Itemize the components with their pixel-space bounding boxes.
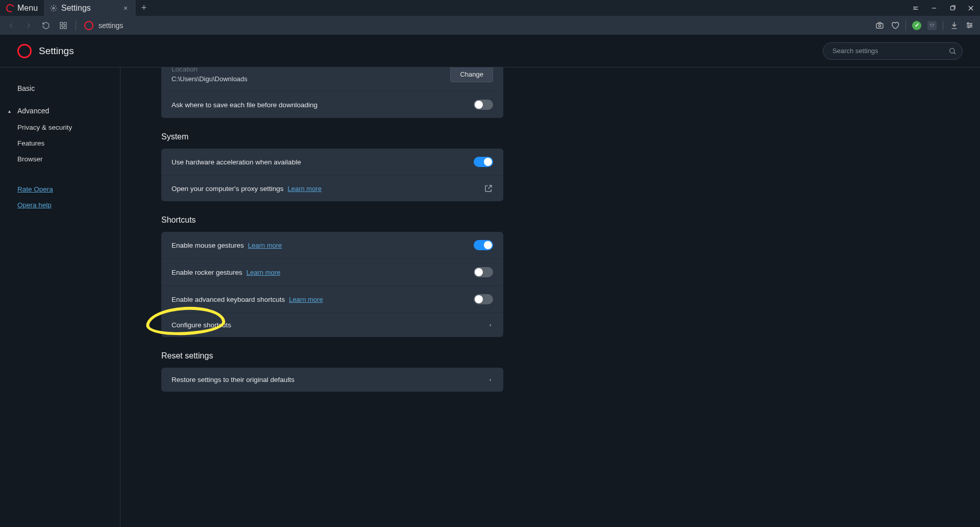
menu-label: Menu: [17, 4, 38, 13]
ask-save-row[interactable]: Ask where to save each file before downl…: [161, 91, 503, 118]
restore-defaults-label: Restore settings to their original defau…: [172, 376, 295, 384]
section-title-system: System: [161, 132, 980, 141]
advanced-kb-toggle[interactable]: [474, 294, 493, 304]
chevron-right-icon: [488, 323, 493, 328]
rocker-gestures-label: Enable rocker gestures: [172, 269, 242, 276]
mouse-gestures-row[interactable]: Enable mouse gestures Learn more: [161, 232, 503, 259]
workspaces-icon[interactable]: [906, 0, 925, 16]
new-tab-button[interactable]: +: [136, 0, 152, 16]
sidebar-item-basic[interactable]: Basic: [0, 80, 120, 97]
gear-icon: [50, 5, 57, 12]
downloads-card: Location C:\Users\Digu\Downloads Change …: [161, 67, 503, 118]
heart-icon[interactable]: [888, 19, 901, 32]
svg-rect-5: [60, 22, 63, 25]
svg-point-17: [950, 48, 954, 53]
section-title-reset: Reset settings: [161, 351, 980, 361]
menu-button[interactable]: Menu: [0, 0, 44, 16]
svg-point-16: [968, 27, 969, 28]
advanced-kb-row[interactable]: Enable advanced keyboard shortcuts Learn…: [161, 286, 503, 313]
downloads-icon[interactable]: [947, 19, 961, 32]
hardware-accel-row[interactable]: Use hardware acceleration when available: [161, 149, 503, 176]
url-text: settings: [99, 21, 123, 30]
svg-point-14: [967, 23, 969, 25]
opera-logo-icon: [17, 44, 32, 58]
snapshot-icon[interactable]: [873, 19, 886, 32]
system-card: Use hardware acceleration when available…: [161, 149, 503, 201]
tab-close-icon[interactable]: ×: [121, 4, 130, 12]
search-icon: [948, 47, 957, 55]
page-header: Settings: [0, 35, 980, 67]
chevron-right-icon: [488, 377, 493, 382]
configure-shortcuts-label: Configure shortcuts: [172, 321, 231, 329]
ask-save-label: Ask where to save each file before downl…: [172, 101, 317, 109]
svg-rect-8: [64, 26, 66, 29]
sidebar-item-privacy[interactable]: Privacy & security: [0, 119, 120, 135]
opera-icon: [5, 3, 16, 13]
svg-point-15: [970, 25, 971, 26]
search-settings-input[interactable]: [823, 42, 963, 60]
mouse-gestures-label: Enable mouse gestures: [172, 242, 244, 249]
svg-point-10: [878, 25, 880, 27]
shortcuts-card: Enable mouse gestures Learn more Enable …: [161, 232, 503, 337]
sidebar-link-opera-help[interactable]: Opera help: [0, 197, 120, 213]
sidebar-item-advanced[interactable]: Advanced: [0, 102, 120, 119]
minimize-button[interactable]: [925, 0, 943, 16]
reload-button[interactable]: [39, 18, 53, 33]
configure-shortcuts-row[interactable]: Configure shortcuts: [161, 313, 503, 337]
advanced-kb-learn-more-link[interactable]: Learn more: [289, 296, 323, 303]
svg-rect-6: [64, 22, 66, 25]
rocker-gestures-learn-more-link[interactable]: Learn more: [247, 269, 280, 276]
reset-card: Restore settings to their original defau…: [161, 368, 503, 392]
hardware-accel-toggle[interactable]: [474, 157, 493, 167]
opera-icon: [84, 21, 93, 30]
sidebar-item-features[interactable]: Features: [0, 135, 120, 151]
sidebar-link-rate-opera[interactable]: Rate Opera: [0, 181, 120, 197]
speed-dial-button[interactable]: [56, 18, 70, 33]
forward-button[interactable]: [21, 18, 36, 33]
sidebar-item-browser[interactable]: Browser: [0, 151, 120, 167]
maximize-button[interactable]: [943, 0, 962, 16]
ask-save-toggle[interactable]: [474, 100, 493, 110]
easy-setup-icon[interactable]: [963, 19, 976, 32]
sidebar: Basic Advanced Privacy & security Featur…: [0, 67, 120, 527]
vpn-icon[interactable]: 🛡: [925, 19, 939, 32]
download-location-row: Location C:\Users\Digu\Downloads Change: [161, 67, 503, 91]
proxy-settings-row[interactable]: Open your computer's proxy settings Lear…: [161, 176, 503, 201]
location-path: C:\Users\Digu\Downloads: [172, 75, 248, 83]
back-button[interactable]: [4, 18, 18, 33]
advanced-kb-label: Enable advanced keyboard shortcuts: [172, 296, 285, 303]
location-label: Location: [172, 67, 248, 73]
restore-defaults-row[interactable]: Restore settings to their original defau…: [161, 368, 503, 392]
window-controls: [906, 0, 980, 16]
rocker-gestures-toggle[interactable]: [474, 267, 493, 277]
svg-line-18: [954, 52, 955, 54]
section-title-shortcuts: Shortcuts: [161, 215, 980, 225]
proxy-label: Open your computer's proxy settings: [172, 185, 283, 193]
svg-point-0: [53, 7, 55, 9]
proxy-learn-more-link[interactable]: Learn more: [287, 185, 321, 193]
change-location-button[interactable]: Change: [450, 67, 493, 82]
adblock-icon[interactable]: [910, 19, 923, 32]
close-window-button[interactable]: [962, 0, 980, 16]
hardware-accel-label: Use hardware acceleration when available: [172, 158, 301, 166]
content: Location C:\Users\Digu\Downloads Change …: [120, 67, 980, 527]
external-link-icon: [484, 184, 493, 193]
tab-label: Settings: [61, 4, 91, 13]
svg-rect-7: [60, 26, 63, 29]
tab-settings[interactable]: Settings ×: [44, 0, 136, 16]
rocker-gestures-row[interactable]: Enable rocker gestures Learn more: [161, 259, 503, 286]
mouse-gestures-learn-more-link[interactable]: Learn more: [248, 242, 282, 249]
address-input[interactable]: settings: [81, 21, 870, 30]
address-bar: settings 🛡: [0, 16, 980, 35]
page-title: Settings: [39, 45, 74, 57]
titlebar: Menu Settings × +: [0, 0, 980, 16]
svg-rect-2: [951, 6, 954, 10]
mouse-gestures-toggle[interactable]: [474, 240, 493, 250]
svg-rect-9: [876, 23, 883, 28]
